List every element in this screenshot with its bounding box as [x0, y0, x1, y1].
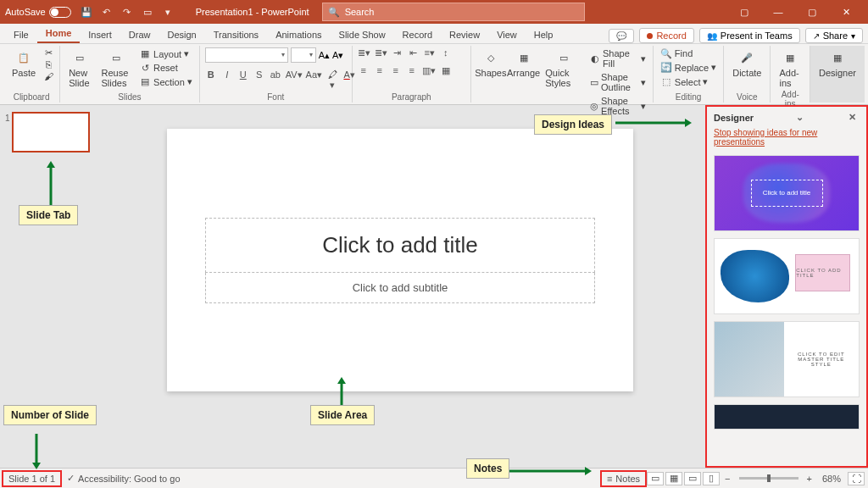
tab-view[interactable]: View — [488, 26, 526, 43]
strikethrough-button[interactable]: S — [253, 69, 265, 91]
tab-slideshow[interactable]: Slide Show — [331, 26, 394, 43]
annotation-slide-area: Slide Area — [310, 405, 375, 425]
design-idea-2[interactable]: CLICK TO ADD TITLE — [714, 238, 860, 314]
arrow-icon — [337, 377, 346, 408]
shapes-button[interactable]: ◇Shapes — [476, 47, 505, 80]
fit-window-icon[interactable]: ⛶ — [848, 472, 865, 485]
align-right-button[interactable]: ≡ — [390, 65, 402, 76]
indent-right-button[interactable]: ⇥ — [392, 47, 403, 58]
dictate-icon: 🎤 — [738, 49, 755, 66]
close-icon[interactable]: ✕ — [829, 0, 863, 24]
underline-button[interactable]: U — [237, 69, 249, 91]
group-drawing: ◇Shapes ▦Arrange ▭Quick Styles ◐Shape Fi… — [471, 46, 654, 103]
addins-button[interactable]: ▦Add-ins — [776, 47, 804, 90]
quick-styles-button[interactable]: ▭Quick Styles — [542, 47, 585, 90]
paste-button[interactable]: 📋 Paste — [8, 47, 39, 80]
ribbon-options-icon[interactable]: ▢ — [727, 0, 761, 24]
layout-button[interactable]: ▦Layout ▾ — [137, 47, 194, 60]
tab-insert[interactable]: Insert — [80, 26, 120, 43]
tab-transitions[interactable]: Transitions — [205, 26, 267, 43]
section-button[interactable]: ▤Section ▾ — [137, 75, 194, 88]
tab-help[interactable]: Help — [526, 26, 562, 43]
designer-button[interactable]: ▦Designer — [815, 47, 860, 80]
title-placeholder[interactable]: Click to add title — [205, 218, 595, 273]
reuse-slides-button[interactable]: ▭ Reuse Slides — [98, 47, 135, 90]
bold-button[interactable]: B — [205, 69, 217, 91]
shape-fill-button[interactable]: ◐Shape Fill ▾ — [588, 47, 648, 69]
minimize-icon[interactable]: — — [761, 0, 795, 24]
annotation-notes: Notes — [466, 458, 509, 479]
sorter-view-icon[interactable]: ▦ — [665, 472, 682, 485]
shadow-button[interactable]: ab — [270, 69, 281, 91]
replace-button[interactable]: 🔄Replace ▾ — [659, 61, 718, 74]
font-size-combo[interactable] — [291, 47, 316, 63]
slide-thumbnail-1[interactable]: 1 — [12, 112, 90, 152]
tab-file[interactable]: File — [5, 26, 37, 43]
design-idea-4[interactable] — [714, 404, 860, 430]
tab-record[interactable]: Record — [394, 26, 441, 43]
bullets-button[interactable]: ≣▾ — [358, 47, 370, 58]
change-case-button[interactable]: Aa▾ — [306, 69, 321, 91]
find-button[interactable]: 🔍Find — [659, 47, 718, 59]
increase-font-icon[interactable]: A▴ — [319, 50, 330, 61]
accessibility-status[interactable]: ✓ Accessibility: Good to go — [60, 473, 186, 484]
slide-counter[interactable]: Slide 1 of 1 — [3, 472, 60, 485]
present-teams-button[interactable]: 👥 Present in Teams — [699, 28, 800, 43]
autosave-toggle[interactable]: AutoSave — [5, 7, 71, 18]
zoom-slider[interactable] — [739, 477, 798, 480]
undo-icon[interactable]: ↶ — [100, 5, 114, 19]
new-slide-button[interactable]: ▭ New Slide — [65, 47, 94, 90]
char-spacing-button[interactable]: AV▾ — [286, 69, 302, 91]
dictate-button[interactable]: 🎤Dictate — [729, 47, 765, 80]
smartart-button[interactable]: ▦ — [440, 65, 452, 76]
close-pane-icon[interactable]: ✕ — [845, 112, 860, 123]
shape-outline-button[interactable]: ▭Shape Outline ▾ — [588, 71, 648, 93]
reading-view-icon[interactable]: ▭ — [684, 472, 701, 485]
designer-stop-link[interactable]: Stop showing ideas for new presentations — [707, 128, 866, 152]
design-idea-3[interactable]: CLICK TO EDIT MASTER TITLE STYLE — [714, 321, 860, 397]
design-idea-1[interactable]: Click to add title — [714, 155, 860, 231]
reset-button[interactable]: ↺Reset — [137, 62, 194, 74]
highlight-button[interactable]: 🖍▾ — [326, 69, 339, 91]
copy-icon[interactable]: ⎘ — [42, 59, 54, 69]
redo-icon[interactable]: ↷ — [120, 5, 134, 19]
line-spacing-button[interactable]: ≡▾ — [424, 47, 436, 58]
text-direction-button[interactable]: ↕ — [440, 47, 452, 58]
tab-review[interactable]: Review — [441, 26, 488, 43]
select-button[interactable]: ⬚Select ▾ — [659, 75, 718, 88]
tab-design[interactable]: Design — [159, 26, 204, 43]
arrange-button[interactable]: ▦Arrange — [509, 47, 538, 80]
tab-draw[interactable]: Draw — [120, 26, 159, 43]
decrease-font-icon[interactable]: A▾ — [332, 50, 343, 61]
zoom-level[interactable]: 68% — [817, 474, 846, 484]
workspace: 1 Click to add title Click to add subtit… — [0, 105, 868, 468]
subtitle-placeholder[interactable]: Click to add subtitle — [205, 273, 595, 303]
search-box[interactable]: 🔍 Search — [322, 3, 585, 21]
tab-animations[interactable]: Animations — [267, 26, 330, 43]
tab-home[interactable]: Home — [37, 25, 81, 43]
slide[interactable]: Click to add title Click to add subtitle — [167, 129, 633, 391]
save-icon[interactable]: 💾 — [80, 5, 93, 19]
slideshow-view-icon[interactable]: ▯ — [703, 472, 720, 485]
normal-view-icon[interactable]: ▭ — [647, 472, 664, 485]
numbering-button[interactable]: ≣▾ — [375, 47, 387, 58]
indent-left-button[interactable]: ⇤ — [408, 47, 420, 58]
justify-button[interactable]: ≡ — [406, 65, 418, 76]
align-center-button[interactable]: ≡ — [374, 65, 386, 76]
comments-button[interactable]: 💬 — [609, 29, 634, 43]
maximize-icon[interactable]: ▢ — [795, 0, 829, 24]
qat-dropdown-icon[interactable]: ▾ — [161, 5, 175, 19]
chevron-down-icon[interactable]: ⌄ — [793, 112, 807, 123]
format-painter-icon[interactable]: 🖌 — [42, 71, 54, 81]
start-slideshow-icon[interactable]: ▭ — [141, 5, 154, 19]
align-left-button[interactable]: ≡ — [358, 65, 370, 76]
annotation-slide-tab: Slide Tab — [19, 205, 78, 225]
columns-button[interactable]: ▥▾ — [422, 65, 436, 76]
record-button[interactable]: Record — [639, 28, 693, 43]
share-button[interactable]: ↗ Share ▾ — [805, 28, 863, 43]
italic-button[interactable]: I — [221, 69, 233, 91]
cut-icon[interactable]: ✂ — [42, 47, 54, 58]
notes-button[interactable]: ≡ Notes — [602, 472, 645, 485]
replace-icon: 🔄 — [660, 63, 672, 73]
font-family-combo[interactable] — [205, 47, 288, 63]
